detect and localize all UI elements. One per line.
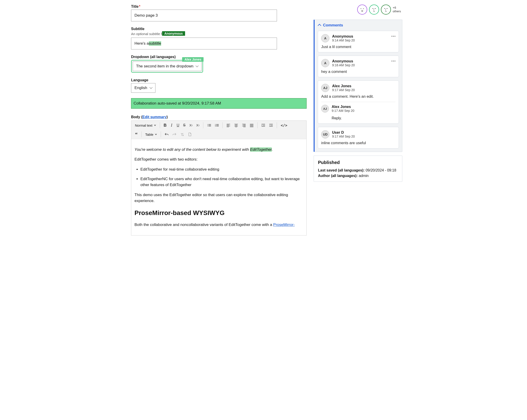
language-field: Language English bbox=[131, 78, 308, 93]
svg-point-2 bbox=[208, 125, 208, 126]
comment-author: User D bbox=[332, 130, 355, 135]
redo-button[interactable] bbox=[171, 131, 178, 137]
language-label: Language bbox=[131, 78, 308, 82]
prosemirror-link[interactable]: ProseMirror- bbox=[273, 222, 295, 227]
subscript-button[interactable]: X1 bbox=[187, 122, 194, 128]
editor-toolbar: Normal text B I U S X1 X1 123 bbox=[131, 121, 306, 139]
bold-button[interactable]: B bbox=[162, 122, 168, 128]
published-heading: Published bbox=[318, 160, 398, 165]
comment-time: 9:14 AM Sep 20 bbox=[332, 39, 355, 42]
undo-button[interactable] bbox=[163, 131, 171, 137]
avatar: AJ bbox=[321, 105, 329, 113]
comment-time: 9:16 AM Sep 20 bbox=[332, 63, 355, 67]
comment-reply: AJ Alex Jones 9:17 AM Sep 20 Reply. bbox=[321, 102, 395, 120]
chevron-down-icon bbox=[149, 86, 152, 90]
clear-format-button[interactable] bbox=[178, 131, 186, 137]
comment-time: 9:17 AM Sep 20 bbox=[332, 109, 354, 113]
list-item: EditTogetherNC for users who don't need … bbox=[140, 176, 303, 188]
comment-time: 9:17 AM Sep 20 bbox=[332, 135, 355, 138]
svg-text:3: 3 bbox=[215, 126, 216, 127]
presence-avatar[interactable] bbox=[381, 5, 391, 15]
body-label: Body (Edit summary) bbox=[131, 115, 308, 119]
dropdown-field: Dropdown (all languages) Alex Jones The … bbox=[131, 55, 308, 73]
align-right-button[interactable] bbox=[240, 122, 248, 128]
title-input[interactable]: Demo page 3 bbox=[131, 10, 277, 21]
numbered-list-button[interactable]: 123 bbox=[213, 122, 221, 128]
avatar: AJ bbox=[321, 84, 329, 92]
align-justify-button[interactable] bbox=[248, 122, 255, 128]
indent-button[interactable] bbox=[259, 122, 267, 128]
comment-author: Anonymous bbox=[332, 59, 355, 63]
comments-toggle[interactable]: Comments bbox=[315, 20, 402, 31]
presence-bar: +6 others bbox=[314, 5, 402, 15]
chevron-up-icon bbox=[318, 23, 321, 28]
avatar: A bbox=[321, 59, 329, 67]
comment-card[interactable]: ⋯ A Anonymous 9:14 AM Sep 20 Just a lil … bbox=[318, 31, 399, 52]
language-select[interactable]: English bbox=[131, 83, 155, 93]
table-dropdown[interactable]: Table bbox=[143, 132, 159, 137]
svg-point-34 bbox=[362, 10, 362, 10]
presence-avatar[interactable] bbox=[357, 5, 367, 15]
comment-text: Just a lil comment bbox=[321, 45, 395, 49]
subtitle-presence-tag: Anonymous bbox=[162, 31, 185, 36]
required-asterisk: * bbox=[139, 5, 140, 9]
subtitle-label: Subtitle bbox=[131, 27, 308, 31]
published-panel: Published Last saved (all languages): 09… bbox=[314, 156, 402, 182]
code-button[interactable]: </> bbox=[279, 122, 289, 128]
comment-text: hey a comment bbox=[321, 69, 395, 74]
body-editor: Normal text B I U S X1 X1 123 bbox=[131, 120, 307, 235]
align-left-button[interactable] bbox=[225, 122, 232, 128]
comments-panel: Comments ⋯ A Anonymous 9:14 AM Sep 20 Ju… bbox=[314, 20, 402, 152]
last-saved-row: Last saved (all languages): 09/20/2024 -… bbox=[318, 168, 398, 172]
svg-point-4 bbox=[208, 126, 208, 126]
dropdown-select[interactable]: The second item in the dropdown bbox=[133, 62, 201, 71]
align-center-button[interactable] bbox=[232, 122, 240, 128]
outdent-button[interactable] bbox=[267, 122, 275, 128]
presence-others[interactable]: +6 others bbox=[393, 6, 401, 13]
bullet-list-button[interactable] bbox=[205, 122, 213, 128]
superscript-button[interactable]: X1 bbox=[194, 122, 201, 128]
edit-summary-link[interactable]: Edit summary bbox=[143, 115, 167, 119]
comment-text: inline comments are useful bbox=[321, 141, 395, 145]
chevron-down-icon bbox=[195, 64, 198, 69]
svg-point-0 bbox=[208, 124, 208, 125]
underline-button[interactable]: U bbox=[175, 122, 181, 128]
comment-author: Alex Jones bbox=[332, 84, 355, 88]
subtitle-help: An optional subtitle for the page. bbox=[131, 32, 308, 36]
avatar: A bbox=[321, 34, 329, 42]
autosave-banner: Collaboration auto-saved at 9/20/2024, 9… bbox=[131, 98, 307, 109]
comment-author: Anonymous bbox=[332, 34, 355, 39]
subtitle-field: Subtitle An optional subtitle for the pa… bbox=[131, 27, 308, 49]
avatar: UD bbox=[321, 130, 329, 138]
italic-button[interactable]: I bbox=[168, 122, 175, 128]
comment-card[interactable]: UD User D 9:17 AM Sep 20 inline comments… bbox=[318, 127, 399, 148]
dropdown-presence-tag: Alex Jones bbox=[182, 57, 204, 62]
source-button[interactable] bbox=[186, 131, 193, 137]
author-row: Author (all languages): admin bbox=[318, 174, 398, 178]
title-field: Title * Demo page 3 bbox=[131, 5, 308, 21]
more-icon[interactable]: ⋯ bbox=[391, 58, 396, 63]
comment-card[interactable]: AJ Alex Jones 9:17 AM Sep 20 Add a comme… bbox=[318, 80, 399, 124]
comment-time: 9:17 AM Sep 20 bbox=[332, 88, 355, 92]
presence-avatar[interactable] bbox=[369, 5, 379, 15]
comment-text: Add a comment. Here's an edit. bbox=[321, 94, 395, 99]
list-item: EditTogether for real-time collaborative… bbox=[140, 167, 303, 172]
blockquote-button[interactable]: “ bbox=[133, 131, 140, 137]
format-dropdown[interactable]: Normal text bbox=[133, 123, 158, 128]
strikethrough-button[interactable]: S bbox=[181, 122, 187, 128]
editor-content[interactable]: You're welcome to edit any of the conten… bbox=[131, 139, 306, 235]
dropdown-label: Dropdown (all languages) bbox=[131, 55, 308, 59]
comment-card[interactable]: ⋯ A Anonymous 9:16 AM Sep 20 hey a comme… bbox=[318, 56, 399, 77]
svg-point-35 bbox=[362, 10, 363, 10]
more-icon[interactable]: ⋯ bbox=[391, 33, 396, 39]
comment-text: Reply. bbox=[321, 116, 395, 120]
subtitle-input[interactable]: Here's a subtitle bbox=[131, 38, 277, 49]
comment-author: Alex Jones bbox=[332, 105, 354, 109]
title-label: Title * bbox=[131, 5, 308, 9]
